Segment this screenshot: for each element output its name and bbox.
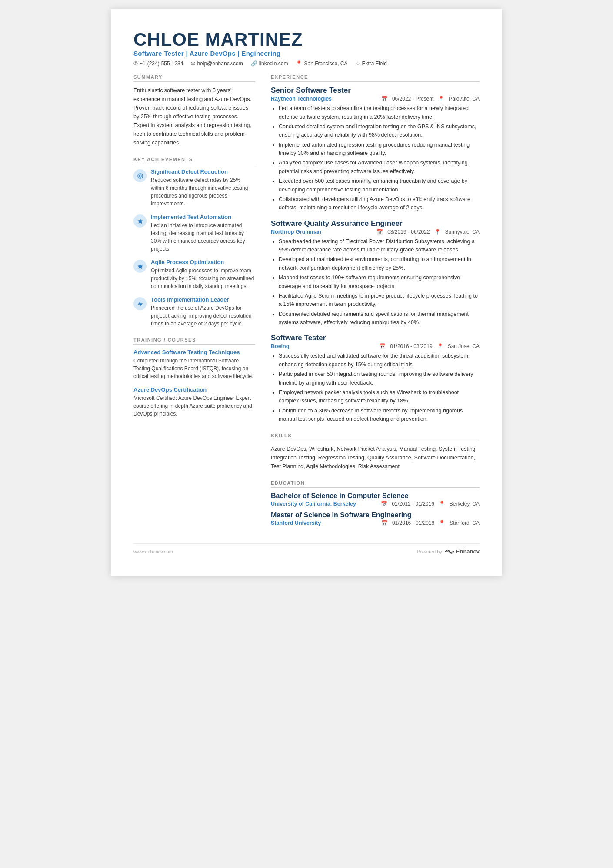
job-meta: Raytheon Technologies 📅 06/2022 - Presen… — [271, 96, 480, 102]
job-location: San Jose, CA — [448, 343, 480, 349]
achievement-item: Significant Defect Reduction Reduced sof… — [133, 168, 255, 208]
location-pin-icon: 📍 — [439, 520, 445, 526]
candidate-tagline: Software Tester | Azure DevOps | Enginee… — [133, 50, 480, 57]
enhancv-logo: Enhancv — [445, 548, 480, 555]
contact-email: ✉ help@enhancv.com — [191, 60, 243, 67]
bullet-item: Successfully tested and validated softwa… — [279, 352, 480, 369]
skills-text: Azure DevOps, Wireshark, Network Packet … — [271, 445, 480, 471]
job-company: Northrop Grumman — [271, 229, 321, 235]
job-dates-text: 01/2016 - 03/2019 — [390, 343, 432, 349]
job-item: Software Tester Boeing 📅 01/2016 - 03/20… — [271, 334, 480, 423]
edu-dates: 📅 01/2016 - 01/2018 📍 Stanford, CA — [381, 520, 480, 526]
location-pin-icon: 📍 — [437, 343, 443, 349]
phone-text: +1-(234)-555-1234 — [140, 60, 183, 67]
job-bullets: Led a team of testers to streamline the … — [271, 104, 480, 212]
header: CHLOE MARTINEZ Software Tester | Azure D… — [133, 30, 480, 67]
job-location: Sunnyvale, CA — [445, 229, 480, 235]
footer-url: www.enhancv.com — [133, 549, 173, 554]
job-bullets: Spearheaded the testing of Electrical Po… — [271, 238, 480, 327]
contact-phone: ✆ +1-(234)-555-1234 — [133, 60, 183, 67]
edu-school: University of California, Berkeley — [271, 501, 356, 507]
job-company: Boeing — [271, 343, 289, 349]
training-item: Advanced Software Testing Techniques Com… — [133, 349, 255, 380]
linkedin-text: linkedin.com — [259, 60, 288, 67]
two-col-layout: SUMMARY Enthusiastic software tester wit… — [133, 74, 480, 530]
job-company: Raytheon Technologies — [271, 96, 332, 102]
job-meta: Boeing 📅 01/2016 - 03/2019 📍 San Jose, C… — [271, 343, 480, 349]
edu-dates-text: 01/2012 - 01/2016 — [392, 501, 434, 507]
location-text: San Francisco, CA — [304, 60, 347, 67]
job-dates-text: 06/2022 - Present — [392, 96, 433, 102]
edu-location: Berkeley, CA — [450, 501, 480, 507]
left-column: SUMMARY Enthusiastic software tester wit… — [133, 74, 255, 530]
training-label: TRAINING / COURSES — [133, 337, 255, 345]
achievement-content: Implemented Test Automation Led an initi… — [151, 214, 255, 253]
job-title: Software Tester — [271, 334, 480, 342]
achievements-label: KEY ACHIEVEMENTS — [133, 157, 255, 164]
bullet-item: Collaborated with developers utilizing A… — [279, 195, 480, 212]
target-icon — [137, 173, 143, 179]
footer-brand: Powered by Enhancv — [417, 548, 480, 555]
education-item: Bachelor of Science in Computer Science … — [271, 492, 480, 507]
education-item: Master of Science in Software Engineerin… — [271, 511, 480, 526]
achievement-desc: Pioneered the use of Azure DevOps for pr… — [151, 304, 255, 328]
achievement-title: Implemented Test Automation — [151, 214, 255, 220]
summary-label: SUMMARY — [133, 74, 255, 82]
edu-location: Stanford, CA — [450, 520, 480, 526]
right-column: EXPERIENCE Senior Software Tester Raythe… — [271, 74, 480, 530]
svg-point-1 — [139, 175, 141, 177]
achievement-icon-wrap — [133, 297, 147, 310]
achievement-desc: Led an initiative to introduce automated… — [151, 221, 255, 253]
experience-label: EXPERIENCE — [271, 74, 480, 82]
bullet-item: Contributed to a 30% decrease in softwar… — [279, 407, 480, 424]
edu-degree: Bachelor of Science in Computer Science — [271, 492, 480, 500]
contact-extra: ☆ Extra Field — [356, 60, 387, 67]
contact-linkedin: 🔗 linkedin.com — [251, 60, 288, 67]
bullet-item: Documented detailed requirements and spe… — [279, 310, 480, 327]
edu-meta: University of California, Berkeley 📅 01/… — [271, 501, 480, 507]
edu-dates-text: 01/2016 - 01/2018 — [392, 520, 434, 526]
achievement-icon-wrap — [133, 214, 147, 228]
training-desc: Completed through the International Soft… — [133, 357, 255, 380]
bullet-item: Implemented automated regression testing… — [279, 141, 480, 158]
resume-page: CHLOE MARTINEZ Software Tester | Azure D… — [111, 9, 502, 576]
cal-icon: 📅 — [381, 501, 387, 507]
achievement-desc: Optimized Agile processes to improve tea… — [151, 267, 255, 290]
job-meta: Northrop Grumman 📅 03/2019 - 06/2022 📍 S… — [271, 229, 480, 235]
link-icon: 🔗 — [251, 60, 257, 67]
job-title: Software Quality Assurance Engineer — [271, 219, 480, 228]
email-icon: ✉ — [191, 60, 195, 67]
edu-school: Stanford University — [271, 520, 321, 526]
bullet-item: Led a team of testers to streamline the … — [279, 104, 480, 121]
bullet-item: Executed over 500 test cases monthly, en… — [279, 177, 480, 194]
bullet-item: Facilitated Agile Scrum meetings to impr… — [279, 292, 480, 309]
job-item: Software Quality Assurance Engineer Nort… — [271, 219, 480, 327]
achievement-content: Tools Implementation Leader Pioneered th… — [151, 296, 255, 328]
extra-text: Extra Field — [362, 60, 387, 67]
bullet-item: Developed and maintained test environmen… — [279, 255, 480, 272]
bullet-item: Analyzed complex use cases for Advanced … — [279, 159, 480, 176]
footer: www.enhancv.com Powered by Enhancv — [133, 543, 480, 555]
achievement-content: Significant Defect Reduction Reduced sof… — [151, 168, 255, 208]
cal-icon: 📅 — [381, 520, 388, 526]
candidate-name: CHLOE MARTINEZ — [133, 30, 480, 50]
edu-dates: 📅 01/2012 - 01/2016 📍 Berkeley, CA — [381, 501, 480, 507]
location-pin-icon: 📍 — [434, 229, 441, 235]
bolt-icon — [137, 301, 143, 307]
edu-degree: Master of Science in Software Engineerin… — [271, 511, 480, 519]
cal-icon: 📅 — [381, 96, 388, 102]
contact-location: 📍 San Francisco, CA — [296, 60, 347, 67]
job-location: Palo Alto, CA — [449, 96, 480, 102]
achievement-item: Implemented Test Automation Led an initi… — [133, 214, 255, 253]
job-item: Senior Software Tester Raytheon Technolo… — [271, 86, 480, 212]
job-bullets: Successfully tested and validated softwa… — [271, 352, 480, 423]
training-title: Azure DevOps Certification — [133, 386, 255, 393]
cal-icon: 📅 — [376, 229, 383, 235]
contact-row: ✆ +1-(234)-555-1234 ✉ help@enhancv.com 🔗… — [133, 60, 480, 67]
bullet-item: Mapped test cases to 100+ software requi… — [279, 274, 480, 291]
star-icon — [137, 263, 143, 270]
email-text: help@enhancv.com — [197, 60, 243, 67]
achievement-icon-wrap — [133, 169, 147, 182]
training-title: Advanced Software Testing Techniques — [133, 349, 255, 355]
extra-icon: ☆ — [356, 60, 360, 67]
